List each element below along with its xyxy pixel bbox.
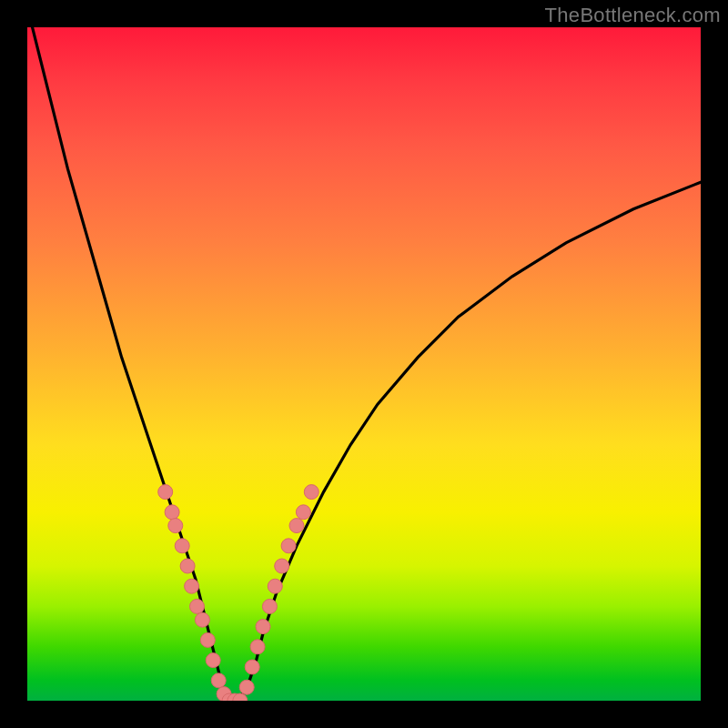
- data-marker: [245, 660, 259, 674]
- data-marker: [262, 599, 277, 613]
- chart-frame: TheBottleneck.com: [0, 0, 728, 728]
- data-marker: [158, 485, 173, 500]
- data-marker: [200, 632, 215, 647]
- chart-svg: [27, 27, 701, 701]
- data-marker: [211, 673, 226, 688]
- data-marker: [168, 519, 183, 533]
- data-marker: [165, 505, 179, 520]
- curve-path: [27, 27, 701, 701]
- data-marker: [268, 579, 282, 593]
- bottleneck-curve: [27, 27, 701, 701]
- data-marker: [206, 653, 220, 668]
- data-marker: [239, 680, 254, 694]
- data-marker: [304, 485, 318, 500]
- data-marker: [250, 640, 265, 654]
- data-marker: [195, 612, 209, 627]
- data-marker: [190, 599, 205, 613]
- data-marker: [185, 579, 199, 593]
- plot-area: [27, 27, 701, 701]
- marker-layer: [158, 485, 319, 701]
- data-marker: [289, 519, 304, 533]
- data-marker: [275, 559, 289, 573]
- data-marker: [296, 505, 310, 520]
- watermark-text: TheBottleneck.com: [545, 4, 721, 27]
- data-marker: [256, 620, 270, 634]
- data-marker: [180, 559, 195, 573]
- data-marker: [175, 539, 189, 553]
- data-marker: [281, 539, 296, 553]
